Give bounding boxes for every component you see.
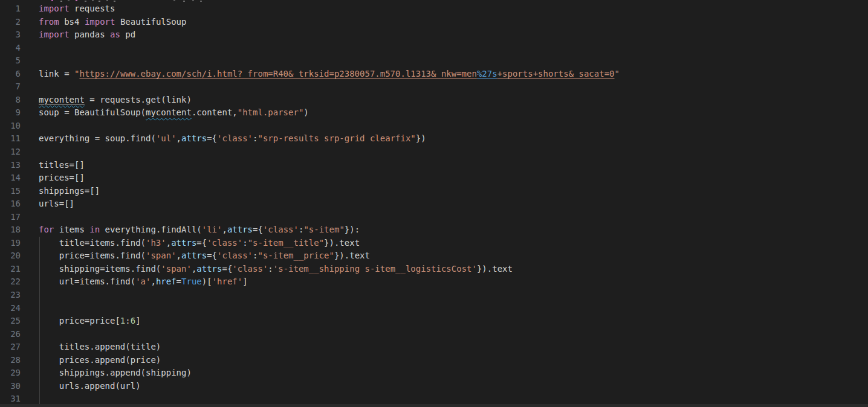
line-number: 20: [0, 249, 21, 263]
code-token: 'h3': [146, 238, 166, 248]
code-token: BeautifulSoup: [115, 17, 186, 27]
code-text: [21, 146, 868, 159]
code-token: href: [156, 277, 177, 286]
code-line[interactable]: 4: [0, 42, 868, 55]
code-line[interactable]: 20 price=items.find('span',attrs={'class…: [0, 249, 868, 263]
url-link[interactable]: %27s: [477, 69, 497, 79]
code-line[interactable]: 6link = "https://www.ebay.com/sch/i.html…: [0, 68, 868, 81]
code-token: .content,: [192, 107, 238, 117]
url-link[interactable]: https://www.ebay.com/sch/i.html?_from=R4…: [79, 69, 476, 79]
code-line[interactable]: 23: [0, 289, 868, 302]
code-text: title=items.find('h3',attrs={'class':"s-…: [21, 237, 868, 250]
code-token: }).text: [334, 251, 370, 260]
code-token: link =: [39, 69, 74, 79]
code-token: price=price[: [39, 316, 120, 325]
code-line[interactable]: 18for items in everything.findAll('li',a…: [0, 223, 868, 237]
code-line[interactable]: 12: [0, 146, 868, 159]
code-text: shippings.append(shipping): [21, 367, 868, 380]
code-token: ]: [242, 277, 247, 286]
line-number: 23: [0, 289, 21, 302]
code-line[interactable]: 8mycontent = requests.get(link): [0, 94, 868, 107]
code-line[interactable]: 7: [0, 80, 868, 94]
code-token: attrs: [171, 238, 196, 248]
code-text: soup = BeautifulSoup(mycontent.content,"…: [21, 106, 868, 120]
code-token: :: [253, 133, 257, 143]
url-link[interactable]: +sports+shorts&_sacat=0: [497, 69, 615, 79]
line-number: 22: [0, 275, 21, 289]
code-token: pandas: [70, 30, 110, 39]
code-token: import: [39, 30, 70, 39]
line-number: 12: [0, 146, 21, 159]
code-token: 'ul': [156, 133, 177, 143]
code-token: True: [181, 277, 202, 286]
code-token: 'href': [212, 277, 243, 286]
code-text: prices=[]: [21, 171, 868, 185]
code-token: soup = BeautifulSoup(: [39, 107, 146, 117]
code-token: for: [39, 225, 54, 234]
code-line[interactable]: 22 url=items.find('a',href=True)['href']: [0, 275, 868, 289]
code-line[interactable]: 17: [0, 211, 868, 224]
code-token: 'class': [263, 225, 299, 234]
code-line[interactable]: 14prices=[]: [0, 171, 868, 185]
code-editor[interactable]: 1import requests2from bs4 import Beautif…: [0, 0, 868, 407]
code-line[interactable]: 9soup = BeautifulSoup(mycontent.content,…: [0, 106, 868, 120]
code-line[interactable]: 27 titles.append(title): [0, 341, 868, 354]
code-token: shipping=items.find(: [39, 264, 161, 274]
code-token: as: [110, 30, 120, 39]
code-token: bs4: [59, 17, 85, 27]
code-token: ={: [207, 133, 217, 143]
code-token: :: [268, 264, 273, 274]
line-number: 3: [0, 28, 21, 42]
line-number: 16: [0, 197, 21, 211]
code-line[interactable]: 19 title=items.find('h3',attrs={'class':…: [0, 237, 868, 250]
code-token: attrs: [181, 133, 207, 143]
code-line[interactable]: 13titles=[]: [0, 159, 868, 172]
code-token: urls=[]: [39, 199, 74, 208]
code-line[interactable]: 30 urls.append(url): [0, 380, 868, 393]
code-text: [21, 42, 868, 55]
code-token: 'class': [217, 251, 253, 260]
code-token: }): [416, 133, 426, 143]
misspelled-word: mycontent: [39, 95, 85, 104]
code-line[interactable]: 21 shipping=items.find('span',attrs={'cl…: [0, 263, 868, 276]
code-token: =: [177, 277, 181, 286]
code-line[interactable]: 10: [0, 120, 868, 133]
code-line[interactable]: 16urls=[]: [0, 197, 868, 211]
code-token: "s-item": [303, 225, 344, 234]
clipped-line-remnant: [0, 0, 868, 2]
code-text: titles.append(title): [21, 341, 868, 354]
line-number: 21: [0, 263, 21, 276]
code-token: ={: [196, 238, 207, 248]
code-text: price=price[1:6]: [21, 315, 868, 328]
code-token: mycontent: [39, 95, 85, 104]
line-number: 9: [0, 106, 21, 120]
code-line[interactable]: 25 price=price[1:6]: [0, 315, 868, 328]
code-text: mycontent = requests.get(link): [21, 94, 868, 107]
code-line[interactable]: 5: [0, 54, 868, 68]
code-line[interactable]: 2from bs4 import BeautifulSoup: [0, 16, 868, 29]
code-text: [21, 328, 868, 341]
code-line[interactable]: 15shippings=[]: [0, 185, 868, 198]
code-token: ={: [207, 251, 217, 260]
code-token: 's-item__shipping s-item__logisticsCost': [273, 264, 477, 274]
code-token: )[: [202, 277, 212, 286]
code-line[interactable]: 1import requests: [0, 2, 868, 16]
line-number: 14: [0, 171, 21, 185]
code-token: ,: [177, 251, 181, 260]
code-text: [21, 211, 868, 224]
code-line[interactable]: 11everything = soup.find('ul',attrs={'cl…: [0, 132, 868, 146]
line-number: 29: [0, 367, 21, 380]
code-text: shippings=[]: [21, 185, 868, 198]
horizontal-scrollbar-track[interactable]: [0, 404, 868, 407]
clipped-text-pixels: [0, 0, 2, 1]
code-token: ={: [253, 225, 263, 234]
code-line[interactable]: 3import pandas as pd: [0, 28, 868, 42]
code-line[interactable]: 26: [0, 328, 868, 341]
line-number: 10: [0, 120, 21, 133]
code-token: = requests.get(link): [85, 95, 192, 104]
code-line[interactable]: 24: [0, 302, 868, 315]
code-line[interactable]: 28 prices.append(price): [0, 354, 868, 367]
code-token: :: [242, 238, 247, 248]
code-line[interactable]: 29 shippings.append(shipping): [0, 367, 868, 380]
code-text: urls=[]: [21, 197, 868, 211]
